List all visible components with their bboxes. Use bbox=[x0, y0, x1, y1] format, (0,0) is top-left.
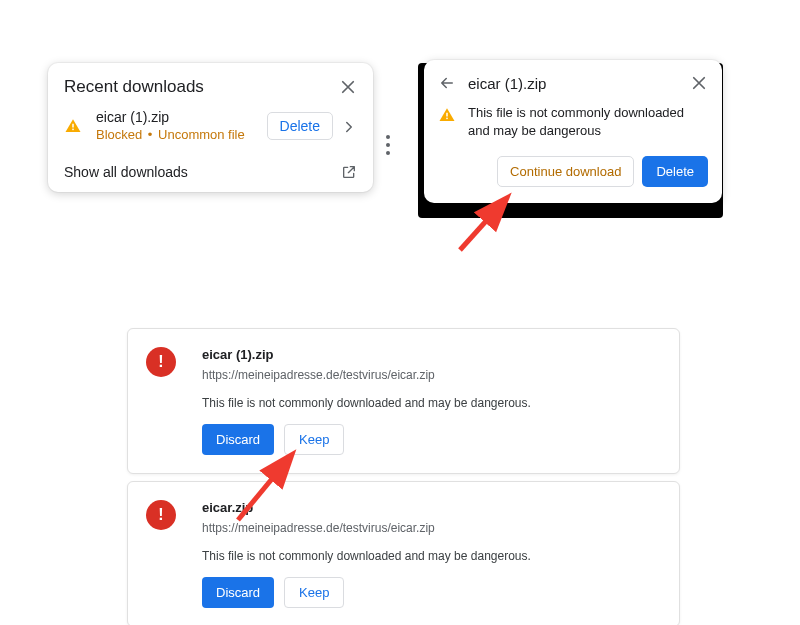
recent-downloads-title: Recent downloads bbox=[64, 77, 204, 97]
download-file-name: eicar (1).zip bbox=[96, 109, 261, 125]
continue-download-button[interactable]: Continue download bbox=[497, 156, 634, 187]
download-card: ! eicar (1).zip https://meineipadresse.d… bbox=[127, 328, 680, 474]
discard-button[interactable]: Discard bbox=[202, 424, 274, 455]
warning-circle-icon: ! bbox=[146, 500, 176, 530]
download-card: ! eicar.zip https://meineipadresse.de/te… bbox=[127, 481, 680, 625]
download-file-name: eicar.zip bbox=[202, 500, 659, 515]
download-warning-text: This file is not commonly downloaded and… bbox=[202, 549, 659, 563]
warning-triangle-icon bbox=[64, 117, 82, 135]
warning-circle-icon: ! bbox=[146, 347, 176, 377]
download-url[interactable]: https://meineipadresse.de/testvirus/eica… bbox=[202, 368, 659, 382]
svg-rect-0 bbox=[72, 123, 74, 127]
show-all-downloads-link[interactable]: Show all downloads bbox=[64, 164, 188, 180]
keep-button[interactable]: Keep bbox=[284, 577, 344, 608]
download-url[interactable]: https://meineipadresse.de/testvirus/eica… bbox=[202, 521, 659, 535]
svg-rect-3 bbox=[446, 118, 448, 120]
open-external-icon[interactable] bbox=[341, 164, 357, 180]
chevron-right-icon[interactable] bbox=[343, 119, 357, 133]
download-status: Blocked • Uncommon file bbox=[96, 127, 261, 142]
discard-button[interactable]: Discard bbox=[202, 577, 274, 608]
svg-rect-2 bbox=[446, 113, 448, 117]
detail-warning-message: This file is not commonly downloaded and… bbox=[468, 104, 708, 140]
download-warning-text: This file is not commonly downloaded and… bbox=[202, 396, 659, 410]
delete-button[interactable]: Delete bbox=[267, 112, 333, 140]
svg-rect-1 bbox=[72, 128, 74, 130]
close-icon[interactable] bbox=[339, 78, 357, 96]
download-detail-popup: eicar (1).zip This file is not commonly … bbox=[424, 60, 722, 203]
back-arrow-icon[interactable] bbox=[438, 74, 456, 92]
download-file-name: eicar (1).zip bbox=[202, 347, 659, 362]
detail-title: eicar (1).zip bbox=[468, 75, 690, 92]
delete-button[interactable]: Delete bbox=[642, 156, 708, 187]
overflow-menu-icon[interactable] bbox=[386, 135, 390, 155]
close-icon[interactable] bbox=[690, 74, 708, 92]
recent-downloads-popup: Recent downloads eicar (1).zip Blocked •… bbox=[48, 63, 373, 192]
keep-button[interactable]: Keep bbox=[284, 424, 344, 455]
warning-triangle-icon bbox=[438, 106, 456, 124]
